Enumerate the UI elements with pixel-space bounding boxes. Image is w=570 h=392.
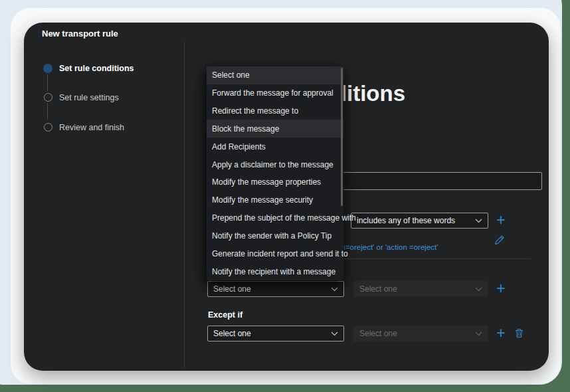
menu-item-notify-recipient[interactable]: Notify the recipient with a message: [207, 262, 343, 280]
menu-item-redirect-to[interactable]: Redirect the message to: [207, 102, 343, 120]
condition-value-select[interactable]: includes any of these words: [351, 213, 488, 229]
step-indicator: [44, 123, 52, 132]
pencil-icon[interactable]: [493, 233, 506, 246]
menu-item-generate-incident-report[interactable]: Generate incident report and send it to: [207, 245, 343, 262]
menu-item-modify-properties[interactable]: Modify the message properties: [207, 173, 343, 191]
chevron-down-icon: [475, 287, 482, 292]
step-indicator-active: [43, 64, 52, 73]
step-connector: [47, 74, 48, 91]
menu-item-block-the-message[interactable]: Block the message: [207, 120, 343, 138]
select-value: Select one: [359, 284, 397, 294]
and-condition-value-select: Select one: [353, 281, 488, 297]
select-value: includes any of these words: [357, 216, 455, 225]
step-connector: [47, 103, 48, 120]
select-value: Select one: [359, 329, 397, 338]
add-exception-row-button[interactable]: +: [494, 326, 508, 340]
menu-scrollbar-thumb[interactable]: [341, 68, 343, 206]
step-indicator: [44, 93, 52, 102]
add-condition-button[interactable]: +: [494, 213, 508, 227]
menu-item-apply-disclaimer[interactable]: Apply a disclaimer to the message: [207, 155, 343, 173]
chevron-down-icon: [331, 287, 338, 292]
page: New transport rule Set rule conditions S…: [0, 0, 570, 392]
stepper-item-review-and-finish[interactable]: Review and finish: [59, 123, 124, 132]
trash-icon[interactable]: [512, 326, 525, 340]
stepper-item-set-rule-conditions[interactable]: Set rule conditions: [59, 64, 134, 73]
dialog-title: New transport rule: [42, 29, 118, 39]
select-value: Select one: [213, 329, 251, 338]
menu-item-prepend-subject[interactable]: Prepend the subject of the message with: [207, 209, 343, 227]
menu-item-select-one[interactable]: Select one: [207, 66, 343, 84]
add-condition-row-button[interactable]: +: [494, 282, 508, 295]
stepper-item-set-rule-settings[interactable]: Set rule settings: [59, 93, 119, 102]
chevron-down-icon: [475, 332, 482, 336]
select-value: Select one: [213, 284, 251, 294]
and-condition-select[interactable]: Select one: [207, 281, 344, 297]
menu-item-notify-sender-policy-tip[interactable]: Notify the sender with a Policy Tip: [207, 227, 343, 245]
exception-value-select: Select one: [353, 326, 488, 342]
menu-item-modify-security[interactable]: Modify the message security: [207, 191, 343, 209]
exception-select[interactable]: Select one: [207, 326, 344, 342]
chevron-down-icon: [475, 219, 482, 223]
chevron-down-icon: [331, 332, 338, 336]
menu-item-add-recipients[interactable]: Add Recipients: [207, 138, 343, 155]
except-if-label: Except if: [208, 310, 242, 320]
vertical-divider: [184, 41, 185, 368]
menu-item-forward-for-approval[interactable]: Forward the message for approval: [207, 84, 343, 102]
condition-dropdown-menu: Select one Forward the message for appro…: [207, 66, 343, 280]
new-transport-rule-dialog: New transport rule Set rule conditions S…: [24, 23, 549, 371]
